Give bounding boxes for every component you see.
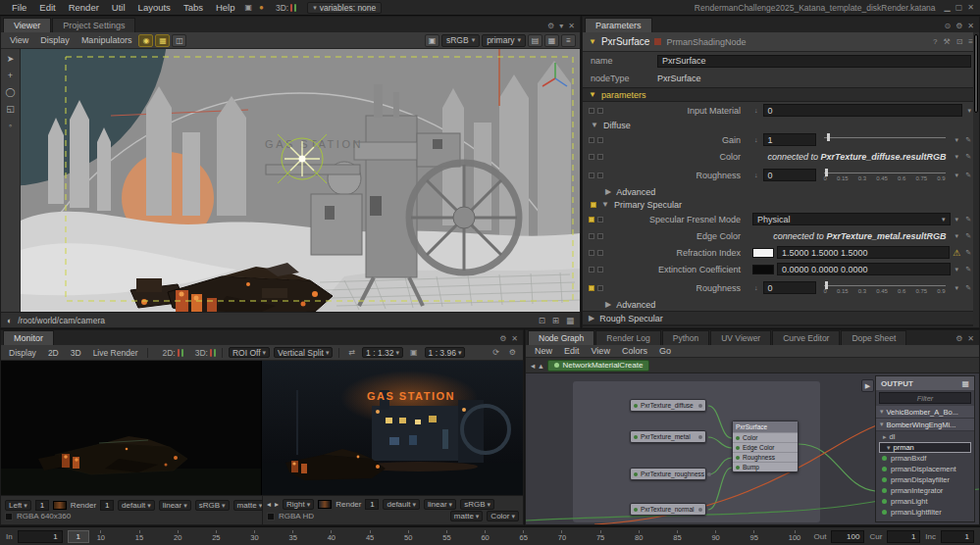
input-material-field[interactable]: 0 [763, 104, 963, 117]
state-box-icon[interactable] [597, 217, 603, 223]
tab-parameters[interactable]: Parameters [585, 18, 652, 32]
output-filter-input[interactable]: Filter [879, 392, 971, 404]
menu-tabs[interactable]: Tabs [178, 2, 209, 13]
input-port-icon[interactable] [634, 435, 638, 439]
input-port-icon[interactable] [634, 508, 638, 512]
view-flag-icon[interactable]: ▶ [861, 379, 874, 392]
scrollbar[interactable] [973, 32, 979, 327]
state-box-icon[interactable] [597, 250, 603, 256]
pass-number[interactable]: 1 [365, 499, 379, 510]
input-port-icon[interactable] [634, 472, 638, 476]
tab-monitor[interactable]: Monitor [3, 330, 54, 345]
panel-menu-icon[interactable]: ▾ [559, 22, 563, 30]
next-icon[interactable]: ▸ [275, 500, 279, 509]
wedge-icon[interactable]: ▾ [954, 172, 961, 179]
state-box-icon[interactable] [597, 233, 603, 239]
viewer-menu-manipulators[interactable]: Manipulators [77, 35, 137, 45]
default-arrow-icon[interactable]: ↓ [752, 107, 760, 114]
gear-icon[interactable]: ⚙ [499, 334, 506, 343]
ng-menu-view[interactable]: View [587, 346, 615, 356]
wedge-icon[interactable]: ▾ [954, 136, 961, 144]
menu-edit[interactable]: Edit [33, 2, 61, 13]
output-item[interactable]: prmanDisplacement [876, 464, 974, 474]
tab-curve-editor[interactable]: Curve Editor [772, 330, 840, 345]
mute-toggle-icon[interactable] [210, 349, 212, 357]
channel-dropdown[interactable]: Color▾ [487, 511, 519, 521]
lighting-mode-icon[interactable]: ◉ [138, 34, 153, 47]
live-render-button[interactable]: Live Render [89, 348, 142, 358]
refraction-index-values[interactable]: 1.5000 1.5000 1.5000 [777, 246, 950, 259]
ng-menu-colors[interactable]: Colors [617, 346, 652, 356]
viewport-3d[interactable]: GAS STATION [21, 49, 580, 312]
diffuse-group-header[interactable]: ▼ Diffuse [583, 119, 979, 131]
port-icon[interactable] [736, 436, 740, 440]
in-frame-input[interactable]: 1 [18, 530, 63, 543]
state-box-icon[interactable] [597, 154, 603, 160]
link-icon[interactable]: ▣ [407, 348, 421, 357]
extinction-values[interactable]: 0.0000 0.0000 0.0000 [777, 263, 951, 275]
wedge-icon[interactable]: ▾ [965, 107, 973, 115]
output-port-icon[interactable] [707, 472, 711, 476]
local-state-box-icon[interactable] [591, 202, 596, 208]
frame-view-icon[interactable]: ⊡ [539, 316, 545, 325]
edit-icon[interactable]: ✎ [963, 153, 973, 161]
port-icon[interactable] [736, 456, 740, 460]
inc-input[interactable]: 1 [941, 530, 974, 543]
edit-icon[interactable]: ✎ [963, 172, 973, 179]
colorspace-dropdown[interactable]: sRGB ▾ [441, 34, 480, 47]
proxy-mode-icon[interactable]: ◫ [172, 34, 186, 47]
output-group[interactable]: ▾ BomberWingEngMi... [876, 419, 974, 431]
close-icon[interactable]: ✕ [511, 334, 518, 343]
parameters-section-header[interactable]: ▼ parameters [583, 87, 979, 102]
color-swatch-black[interactable] [752, 265, 774, 274]
gain-slider[interactable] [824, 131, 946, 148]
translate-tool-icon[interactable]: + [8, 71, 13, 80]
wedge-icon[interactable]: ▾ [954, 284, 961, 292]
gain-input[interactable]: 1 [763, 133, 816, 146]
scale-tool-icon[interactable]: ◱ [6, 104, 15, 114]
window-maximize-icon[interactable]: ▢ [955, 3, 963, 12]
mute-toggle-icon[interactable] [178, 349, 180, 357]
look-through-icon[interactable]: ◐ [7, 316, 12, 325]
right-buffer-select[interactable]: Right▾ [283, 499, 314, 510]
settings-icon[interactable]: ⚙ [506, 348, 519, 357]
view-dropdown[interactable]: default▾ [383, 499, 420, 510]
output-item[interactable]: prmanIntegrator [876, 485, 974, 496]
prev-icon[interactable]: ◂ [267, 500, 271, 509]
close-icon[interactable]: ✕ [568, 22, 575, 30]
menu-util[interactable]: Util [106, 2, 131, 13]
monitor-3d-button[interactable]: 3D [67, 348, 85, 358]
menu-render[interactable]: Render [63, 2, 105, 13]
output-port-icon[interactable] [698, 404, 702, 408]
node-pxrtexture-diffuse[interactable]: PxrTexture_diffuse [630, 399, 706, 412]
wrench-icon[interactable]: ⚒ [943, 37, 950, 46]
buffer-thumbnail[interactable] [318, 500, 332, 509]
grid-icon[interactable]: ▦ [961, 379, 969, 388]
output-colorspace-dropdown[interactable]: sRGB▾ [460, 499, 494, 510]
tab-viewer[interactable]: Viewer [3, 18, 51, 32]
state-box-icon[interactable] [589, 154, 594, 160]
state-box-icon[interactable] [589, 108, 594, 114]
gear-icon[interactable]: ⚙ [547, 22, 554, 30]
edit-icon[interactable]: ✎ [963, 249, 973, 257]
camera-icon[interactable]: ▤ [528, 34, 542, 47]
gear-icon[interactable]: ⚙ [955, 22, 962, 30]
state-box-icon[interactable] [597, 173, 603, 178]
variables-dropdown[interactable]: ▾ variables: none [307, 2, 382, 14]
left-frame-field[interactable]: 1 [35, 500, 49, 511]
solo-toggle-icon[interactable] [214, 349, 216, 357]
state-box-icon[interactable] [597, 108, 603, 114]
select-tool-icon[interactable]: ➤ [7, 54, 15, 64]
output-port-icon[interactable] [698, 508, 702, 512]
alert-icon[interactable]: ● [256, 3, 267, 12]
wedge-icon[interactable]: ▾ [954, 216, 961, 223]
roi-dropdown[interactable]: ROI Off▾ [229, 347, 270, 358]
expand-icon[interactable]: ⊞ [552, 316, 559, 325]
gear-icon[interactable]: ⚙ [955, 334, 962, 343]
local-state-box-icon[interactable] [589, 217, 594, 223]
node-pxrtexture-metal[interactable]: PxrTexture_metal [630, 430, 706, 443]
output-port-icon[interactable] [698, 435, 702, 439]
monitor-menu-display[interactable]: Display [5, 348, 40, 358]
back-icon[interactable]: ◂ [531, 361, 535, 371]
help-icon[interactable]: ? [933, 37, 937, 46]
